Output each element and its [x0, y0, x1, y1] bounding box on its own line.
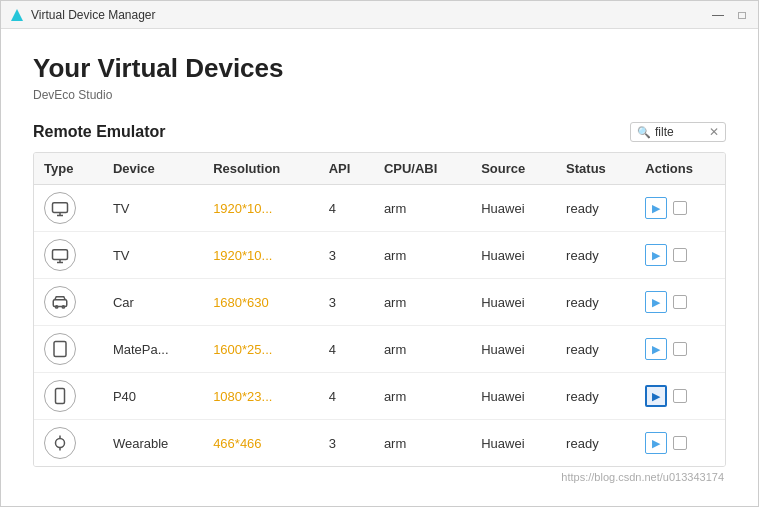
table-header: Type Device Resolution API CPU/ABI Sourc…	[34, 153, 725, 185]
cell-type-1	[34, 232, 103, 279]
svg-rect-1	[53, 203, 68, 213]
actions-cell-5: ▶	[645, 432, 715, 454]
table-row: Wearable 466*466 3 arm Huawei ready ▶	[34, 420, 725, 467]
cell-cpu-0: arm	[374, 185, 471, 232]
table-row: TV 1920*10... 3 arm Huawei ready ▶	[34, 232, 725, 279]
page-subtitle: DevEco Studio	[33, 88, 726, 102]
cell-resolution-3: 1600*25...	[203, 326, 319, 373]
filter-clear-button[interactable]: ✕	[709, 125, 719, 139]
cell-device-0: TV	[103, 185, 203, 232]
cell-source-0: Huawei	[471, 185, 556, 232]
device-type-icon-4	[44, 380, 76, 412]
svg-rect-10	[54, 342, 66, 357]
cell-resolution-1: 1920*10...	[203, 232, 319, 279]
search-icon: 🔍	[637, 126, 651, 139]
device-type-icon-3	[44, 333, 76, 365]
cell-source-4: Huawei	[471, 373, 556, 420]
svg-point-14	[56, 439, 65, 448]
device-type-icon-1	[44, 239, 76, 271]
play-button-2[interactable]: ▶	[645, 291, 667, 313]
cell-device-5: Wearable	[103, 420, 203, 467]
actions-cell-2: ▶	[645, 291, 715, 313]
cell-actions-2: ▶	[635, 279, 725, 326]
row-checkbox-4[interactable]	[673, 389, 687, 403]
section-header: Remote Emulator 🔍 ✕	[33, 122, 726, 142]
device-type-icon-0	[44, 192, 76, 224]
cell-resolution-2: 1680*630	[203, 279, 319, 326]
col-cpu: CPU/ABI	[374, 153, 471, 185]
row-checkbox-5[interactable]	[673, 436, 687, 450]
title-bar-title: Virtual Device Manager	[31, 8, 156, 22]
cell-status-1: ready	[556, 232, 635, 279]
table-body: TV 1920*10... 4 arm Huawei ready ▶ TV 19…	[34, 185, 725, 467]
col-api: API	[319, 153, 374, 185]
table-row: Car 1680*630 3 arm Huawei ready ▶	[34, 279, 725, 326]
section-title: Remote Emulator	[33, 123, 165, 141]
cell-cpu-1: arm	[374, 232, 471, 279]
title-bar-controls: — □	[710, 7, 750, 23]
cell-device-1: TV	[103, 232, 203, 279]
cell-resolution-5: 466*466	[203, 420, 319, 467]
svg-rect-4	[53, 250, 68, 260]
actions-cell-0: ▶	[645, 197, 715, 219]
cell-device-2: Car	[103, 279, 203, 326]
row-checkbox-2[interactable]	[673, 295, 687, 309]
cell-type-5	[34, 420, 103, 467]
svg-rect-7	[53, 300, 67, 307]
play-button-3[interactable]: ▶	[645, 338, 667, 360]
device-type-icon-5	[44, 427, 76, 459]
col-actions: Actions	[635, 153, 725, 185]
cell-status-2: ready	[556, 279, 635, 326]
cell-cpu-2: arm	[374, 279, 471, 326]
actions-cell-1: ▶	[645, 244, 715, 266]
device-type-icon-2	[44, 286, 76, 318]
cell-actions-5: ▶	[635, 420, 725, 467]
table-row: P40 1080*23... 4 arm Huawei ready ▶	[34, 373, 725, 420]
actions-cell-4: ▶	[645, 385, 715, 407]
cell-cpu-4: arm	[374, 373, 471, 420]
cell-source-5: Huawei	[471, 420, 556, 467]
cell-type-4	[34, 373, 103, 420]
row-checkbox-0[interactable]	[673, 201, 687, 215]
minimize-button[interactable]: —	[710, 7, 726, 23]
cell-source-2: Huawei	[471, 279, 556, 326]
cell-api-3: 4	[319, 326, 374, 373]
cell-status-5: ready	[556, 420, 635, 467]
row-checkbox-1[interactable]	[673, 248, 687, 262]
table-row: TV 1920*10... 4 arm Huawei ready ▶	[34, 185, 725, 232]
col-device: Device	[103, 153, 203, 185]
cell-status-0: ready	[556, 185, 635, 232]
play-button-1[interactable]: ▶	[645, 244, 667, 266]
play-button-5[interactable]: ▶	[645, 432, 667, 454]
cell-api-5: 3	[319, 420, 374, 467]
filter-input[interactable]	[655, 125, 705, 139]
play-button-4[interactable]: ▶	[645, 385, 667, 407]
cell-device-4: P40	[103, 373, 203, 420]
cell-api-2: 3	[319, 279, 374, 326]
cell-api-4: 4	[319, 373, 374, 420]
cell-type-2	[34, 279, 103, 326]
play-button-0[interactable]: ▶	[645, 197, 667, 219]
cell-status-3: ready	[556, 326, 635, 373]
cell-api-0: 4	[319, 185, 374, 232]
row-checkbox-3[interactable]	[673, 342, 687, 356]
col-source: Source	[471, 153, 556, 185]
cell-source-1: Huawei	[471, 232, 556, 279]
title-bar-left: Virtual Device Manager	[9, 7, 156, 23]
table-row: MatePa... 1600*25... 4 arm Huawei ready …	[34, 326, 725, 373]
cell-cpu-3: arm	[374, 326, 471, 373]
device-table-wrapper: Type Device Resolution API CPU/ABI Sourc…	[33, 152, 726, 467]
col-status: Status	[556, 153, 635, 185]
cell-actions-0: ▶	[635, 185, 725, 232]
cell-type-0	[34, 185, 103, 232]
svg-marker-0	[11, 9, 23, 21]
col-resolution: Resolution	[203, 153, 319, 185]
maximize-button[interactable]: □	[734, 7, 750, 23]
cell-device-3: MatePa...	[103, 326, 203, 373]
filter-box: 🔍 ✕	[630, 122, 726, 142]
page-title: Your Virtual Devices	[33, 53, 726, 84]
main-content: Your Virtual Devices DevEco Studio Remot…	[1, 29, 758, 499]
actions-cell-3: ▶	[645, 338, 715, 360]
cell-source-3: Huawei	[471, 326, 556, 373]
cell-type-3	[34, 326, 103, 373]
